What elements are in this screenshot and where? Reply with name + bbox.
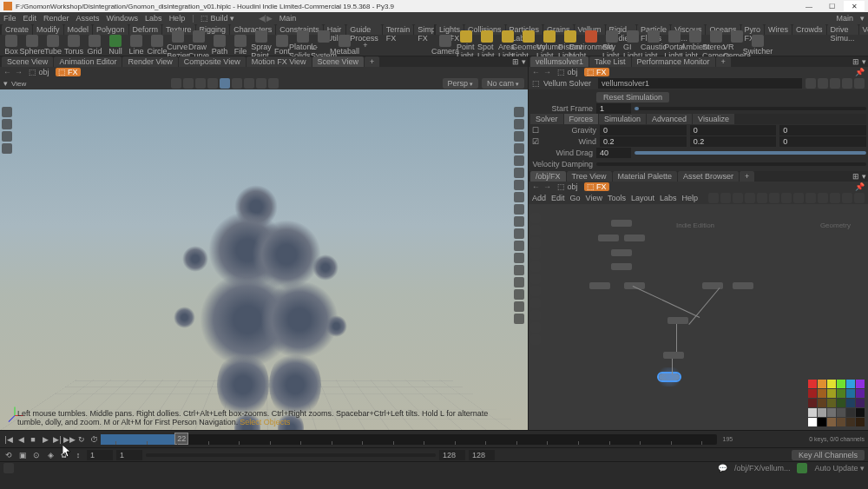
view-tool-shaded-icon[interactable]	[220, 78, 230, 89]
gravity-z-input[interactable]: 0	[779, 125, 866, 135]
path-back-icon[interactable]: ←	[532, 68, 540, 76]
info-icon[interactable]	[842, 78, 852, 89]
viewport-tool-icon[interactable]	[514, 228, 524, 239]
shelf-tab[interactable]: Volume	[859, 24, 868, 35]
palette-swatch[interactable]	[837, 399, 845, 407]
color-palette[interactable]	[808, 380, 865, 426]
shelf-tab[interactable]: Modify	[33, 24, 63, 35]
play-button[interactable]: ▶	[40, 434, 50, 445]
persp-dropdown[interactable]: Persp ▾	[443, 78, 478, 89]
net-tool-icon[interactable]	[830, 193, 840, 203]
option-icon[interactable]: ⟲	[3, 450, 14, 460]
viewport-tool-icon[interactable]	[514, 216, 524, 227]
start-frame-input[interactable]: 1	[596, 103, 631, 114]
viewport-tool-icon[interactable]	[514, 119, 524, 129]
network-node[interactable]	[733, 282, 753, 289]
pin-icon[interactable]: 📌	[855, 182, 865, 191]
pane-tab-add[interactable]: +	[716, 56, 731, 67]
viewport-tool-icon[interactable]	[514, 277, 524, 287]
key-all-channels-button[interactable]: Key All Channels	[792, 450, 865, 460]
pane-tab-add[interactable]: +	[365, 56, 379, 67]
path-obj[interactable]: ⬚ obj	[26, 68, 52, 76]
view-tool-icon[interactable]	[232, 78, 242, 89]
path-fx[interactable]: ⬚ FX	[584, 68, 609, 76]
net-tool-icon[interactable]	[854, 193, 865, 203]
net-side-tool-icon[interactable]	[530, 298, 541, 308]
net-side-tool-icon[interactable]	[530, 322, 541, 333]
option-icon[interactable]: ◈	[45, 450, 56, 460]
viewport-tool-icon[interactable]	[514, 180, 524, 190]
auto-update-dropdown[interactable]: Auto Update ▾	[814, 464, 865, 472]
pane-tab[interactable]: Take List	[589, 56, 631, 67]
menu-windows[interactable]: Windows	[107, 14, 139, 23]
palette-swatch[interactable]	[837, 389, 845, 398]
shelf-tab[interactable]: Wires	[765, 24, 792, 35]
palette-swatch[interactable]	[818, 408, 826, 417]
view-dropdown-icon[interactable]: ▾	[3, 79, 8, 88]
pane-tab[interactable]: Performance Monitor	[632, 56, 715, 67]
net-side-tool-icon[interactable]	[530, 213, 541, 223]
realtime-button[interactable]: ⏱	[89, 434, 99, 445]
menu-edit[interactable]: Edit	[23, 14, 37, 23]
tool-sky-light[interactable]: Sky Light	[602, 30, 621, 60]
filter-icon[interactable]	[806, 78, 816, 89]
viewport-tool-icon[interactable]	[514, 155, 524, 166]
gravity-y-input[interactable]: 0	[690, 125, 777, 135]
tool-curve-bezier[interactable]: Curve Bezier	[168, 30, 187, 60]
palette-swatch[interactable]	[808, 380, 817, 388]
network-node[interactable]	[611, 249, 632, 256]
view-tool-icon[interactable]	[195, 78, 206, 89]
shelf-tab[interactable]: Model	[64, 24, 93, 35]
viewport-tool-icon[interactable]	[2, 131, 12, 142]
tool-env-light[interactable]: Environment Light	[582, 30, 601, 60]
path-back-icon[interactable]: ←	[532, 182, 540, 191]
palette-swatch[interactable]	[837, 380, 845, 388]
tool-spray-paint[interactable]: Spray Paint	[252, 30, 271, 60]
tool-tube[interactable]: Tube	[43, 35, 62, 56]
net-side-tool-icon[interactable]	[530, 237, 541, 248]
network-node[interactable]	[667, 317, 688, 324]
view-tool-icon[interactable]	[256, 78, 266, 89]
tool-add[interactable]: +	[356, 41, 375, 50]
path-obj[interactable]: ⬚ obj	[555, 68, 581, 76]
desktop-selector[interactable]: ⬚ Build ▾	[201, 14, 233, 23]
net-tool-icon[interactable]	[818, 193, 828, 203]
chat-icon[interactable]: 💬	[718, 464, 727, 472]
reset-simulation-button[interactable]: Reset Simulation	[596, 92, 669, 102]
net-side-tool-icon[interactable]	[530, 274, 541, 284]
gear-icon[interactable]	[268, 78, 279, 89]
viewport-tool-icon[interactable]	[514, 314, 524, 324]
layout-icon[interactable]	[818, 78, 828, 89]
pane-tab[interactable]: Animation Editor	[54, 56, 122, 67]
velocity-damping-slider[interactable]	[596, 162, 866, 166]
net-menu-add[interactable]: Add	[532, 194, 546, 202]
palette-swatch[interactable]	[808, 418, 817, 426]
network-node[interactable]	[611, 263, 632, 270]
range-slider[interactable]	[146, 453, 436, 457]
tool-spot-light[interactable]: Spot Light	[477, 30, 496, 60]
path-obj[interactable]: ⬚ obj	[555, 182, 581, 191]
palette-swatch[interactable]	[827, 380, 836, 388]
first-frame-button[interactable]: |◀	[3, 434, 14, 445]
palette-swatch[interactable]	[818, 418, 826, 426]
network-node[interactable]	[663, 352, 684, 359]
net-tool-icon[interactable]	[733, 193, 743, 203]
net-menu-go[interactable]: Go	[570, 194, 581, 202]
pane-tab[interactable]: Tree View	[567, 171, 612, 182]
wind-drag-slider[interactable]	[635, 151, 866, 155]
pane-tab[interactable]: Motion FX View	[247, 56, 312, 67]
viewport-tool-icon[interactable]	[514, 107, 524, 117]
viewport-tool-icon[interactable]	[514, 289, 524, 300]
param-tab-advanced[interactable]: Advanced	[647, 114, 692, 124]
pane-opts-icon[interactable]: ⊞ ▾	[852, 57, 866, 66]
frame-step-input2[interactable]: 128	[469, 450, 495, 460]
tool-gi-light[interactable]: GI Light	[623, 30, 642, 60]
shelf-tab[interactable]: Deform	[129, 24, 162, 35]
palette-swatch[interactable]	[808, 389, 817, 398]
palette-swatch[interactable]	[846, 418, 855, 426]
net-menu-view[interactable]: View	[586, 194, 602, 202]
next-frame-button[interactable]: ▶|	[52, 434, 62, 445]
last-frame-button[interactable]: ▶▶	[64, 434, 75, 445]
tool-geo-light[interactable]: Geometry Light	[519, 30, 538, 60]
pane-tab[interactable]: Render View	[122, 56, 177, 67]
